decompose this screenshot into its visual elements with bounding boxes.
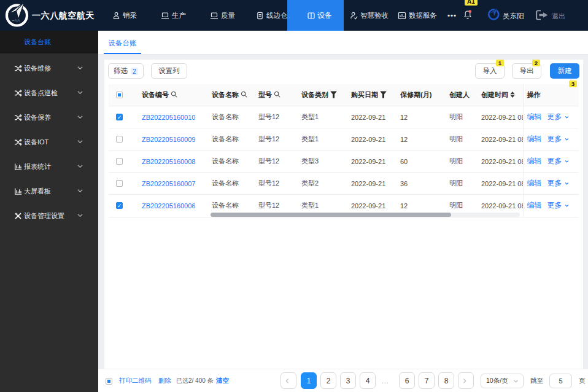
svg-text:一六八: 一六八 xyxy=(12,19,20,22)
